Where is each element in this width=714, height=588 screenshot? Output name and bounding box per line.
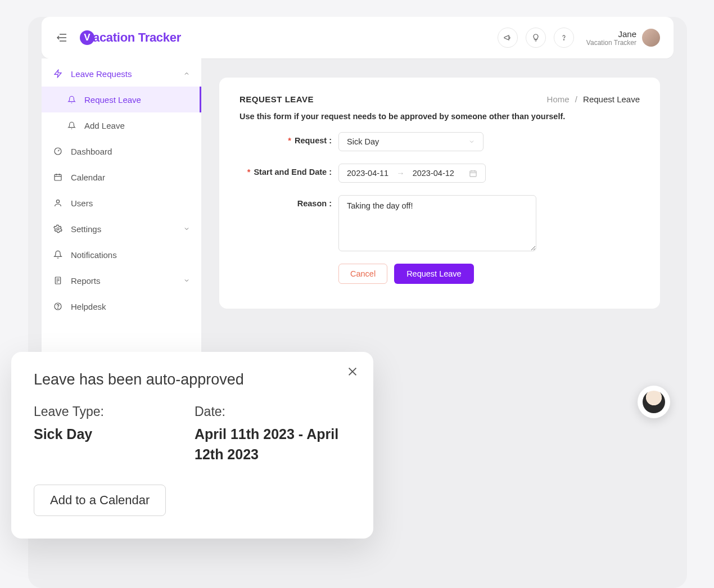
submit-button[interactable]: Request Leave [394,264,474,284]
form-row-dates: * Start and End Date : 2023-04-11 → 2023… [239,164,640,183]
sidebar-item-dashboard[interactable]: Dashboard [42,138,201,164]
svg-rect-6 [55,174,61,180]
sidebar-item-leave-requests[interactable]: Leave Requests [42,61,201,87]
breadcrumb-sep: / [575,94,577,104]
svg-point-10 [56,200,59,203]
user-text: Jane Vacation Tracker [586,29,636,47]
user-icon [53,198,63,208]
calendar-icon [53,172,63,182]
chevron-up-icon [183,70,190,77]
header-right: Jane Vacation Tracker [498,28,660,48]
sidebar-item-label: Helpdesk [71,302,106,311]
request-select[interactable]: Sick Day [338,132,483,151]
tips-button[interactable] [526,28,546,48]
user-org: Vacation Tracker [586,39,636,47]
toast-type-label: Leave Type: [34,404,195,419]
sidebar-item-label: Add Leave [84,121,125,130]
gear-icon [53,224,63,234]
sidebar-item-label: Request Leave [84,95,141,105]
toast-close-button[interactable] [346,365,359,378]
lightning-icon [53,69,63,79]
instructions: Use this form if your request needs to b… [239,112,640,121]
sidebar-item-label: Dashboard [71,147,112,156]
sidebar-item-label: Leave Requests [71,69,132,79]
sidebar-item-helpdesk[interactable]: Helpdesk [42,293,201,319]
user-menu[interactable]: Jane Vacation Tracker [586,29,660,47]
svg-marker-4 [55,70,61,77]
report-icon [53,275,63,286]
svg-rect-18 [470,171,476,177]
announce-button[interactable] [498,28,518,48]
toast-date-label: Date: [195,404,351,419]
toast-col-date: Date: April 11th 2023 - April 12th 2023 [195,404,351,465]
breadcrumb-home[interactable]: Home [547,94,570,104]
date-start: 2023-04-11 [347,169,388,178]
help-button[interactable] [554,28,574,48]
menu-toggle-button[interactable] [55,31,69,44]
toast-date-value: April 11th 2023 - April 12th 2023 [195,424,351,465]
bell-icon [66,94,76,105]
question-icon [559,33,568,42]
bell-icon [66,120,76,130]
svg-point-11 [57,228,59,230]
sidebar-item-add-leave[interactable]: Add Leave [42,112,201,138]
breadcrumb-current: Request Leave [583,94,640,104]
toast-grid: Leave Type: Sick Day Date: April 11th 20… [34,404,351,465]
chat-fab[interactable] [638,386,670,418]
user-name: Jane [586,29,636,39]
lightbulb-icon [531,33,540,42]
form-actions: Cancel Request Leave [338,264,640,284]
main-panel: REQUEST LEAVE Home / Request Leave Use t… [219,78,660,309]
toast-title: Leave has been auto-approved [34,371,351,388]
toast: Leave has been auto-approved Leave Type:… [11,352,373,539]
toast-type-value: Sick Day [34,424,195,444]
sidebar-item-label: Reports [71,276,101,286]
calendar-icon [469,169,477,178]
svg-point-17 [58,308,58,309]
sidebar-item-users[interactable]: Users [42,190,201,216]
chevron-down-icon [183,225,190,232]
close-icon [346,365,359,378]
logo-text: acation Tracker [93,30,181,45]
date-end: 2023-04-12 [413,169,454,178]
cancel-button[interactable]: Cancel [338,264,387,284]
request-label: * Request : [239,132,338,145]
arrow-right-icon: → [396,169,405,178]
add-to-calendar-button[interactable]: Add to a Calendar [34,485,166,516]
reason-label: Reason : [239,195,338,208]
svg-point-3 [563,39,564,40]
sidebar-item-label: Users [71,198,93,208]
header: V acation Tracker Jane Vacation Tracker [42,17,674,58]
breadcrumb: Home / Request Leave [547,94,640,104]
sidebar-item-reports[interactable]: Reports [42,268,201,293]
chevron-down-icon [468,138,475,145]
menu-collapse-icon [56,33,67,43]
reason-textarea[interactable] [338,195,536,251]
chat-avatar-icon [643,391,665,413]
form-row-reason: Reason : [239,195,640,251]
logo[interactable]: V acation Tracker [80,30,181,45]
page-title: REQUEST LEAVE [239,94,314,104]
sidebar-item-label: Calendar [71,173,105,182]
chevron-down-icon [183,277,190,284]
help-circle-icon [53,301,63,311]
sidebar-item-label: Notifications [71,250,117,260]
sidebar-item-calendar[interactable]: Calendar [42,164,201,190]
sidebar-item-notifications[interactable]: Notifications [42,242,201,268]
toast-col-type: Leave Type: Sick Day [34,404,195,465]
avatar [642,29,660,47]
main-head: REQUEST LEAVE Home / Request Leave [239,94,640,104]
date-range-input[interactable]: 2023-04-11 → 2023-04-12 [338,164,486,183]
date-label: * Start and End Date : [239,164,338,177]
sidebar-item-label: Settings [71,224,101,234]
gauge-icon [53,146,63,156]
sidebar-item-request-leave[interactable]: Request Leave [42,87,201,112]
form-row-request: * Request : Sick Day [239,132,640,151]
sidebar-item-settings[interactable]: Settings [42,216,201,242]
bell-outline-icon [53,250,63,260]
request-value: Sick Day [347,137,379,146]
megaphone-icon [503,33,512,42]
